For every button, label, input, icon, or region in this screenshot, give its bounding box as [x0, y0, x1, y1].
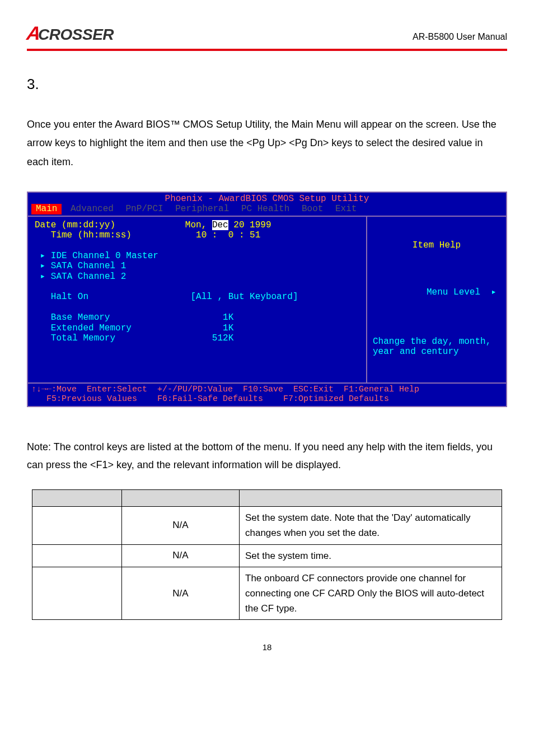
table-cell-item — [32, 507, 122, 544]
table-row: N/A Set the system date. Note that the '… — [32, 507, 502, 544]
bios-tab-peripheral[interactable]: Peripheral — [172, 204, 232, 214]
bios-footer: ↑↓→←:Move Enter:Select +/-/PU/PD:Value F… — [28, 384, 506, 407]
bios-totmem-label: Total Memory — [51, 333, 115, 343]
page-header: ACROSSER AR-B5800 User Manual — [27, 22, 507, 44]
th-item — [32, 490, 122, 507]
table-cell-item — [32, 544, 122, 567]
bios-date-post: 20 1999 — [228, 220, 271, 230]
table-cell-option: N/A — [122, 567, 240, 620]
logo-text: CROSSER — [38, 26, 114, 43]
table-cell-desc: The onboard CF connectors provide one ch… — [240, 567, 502, 620]
bios-body: Date (mm:dd:yy) Mon, Dec 20 1999 Time (h… — [28, 216, 506, 384]
table-row: N/A The onboard CF connectors provide on… — [32, 567, 502, 620]
bios-sata2[interactable]: SATA Channel 2 — [51, 272, 126, 282]
bios-ide-channel[interactable]: IDE Channel 0 Master — [51, 251, 158, 261]
bios-help-title: Item Help — [373, 240, 500, 250]
page-number: 18 — [27, 642, 507, 652]
bios-tab-pnppci[interactable]: PnP/PCI — [122, 204, 166, 214]
bios-date-label[interactable]: Date (mm:dd:yy) — [35, 220, 115, 230]
intro-paragraph: Once you enter the Award BIOS™ CMOS Setu… — [27, 115, 507, 171]
table-cell-item — [32, 567, 122, 620]
bios-halt-label[interactable]: Halt On — [51, 292, 88, 302]
bios-tab-pchealth[interactable]: PC Health — [238, 204, 293, 214]
triangle-icon: ▸ — [40, 261, 46, 271]
bios-date-pre: Mon, — [185, 220, 212, 230]
bios-left-pane: Date (mm:dd:yy) Mon, Dec 20 1999 Time (h… — [28, 217, 366, 382]
table-cell-desc: Set the system time. — [240, 544, 502, 567]
triangle-icon: ▸ — [40, 251, 46, 261]
bios-tab-exit[interactable]: Exit — [332, 204, 360, 214]
divider — [27, 49, 507, 51]
bios-footer-line1: ↑↓→←:Move Enter:Select +/-/PU/PD:Value F… — [31, 385, 419, 394]
bios-tab-boot[interactable]: Boot — [298, 204, 326, 214]
th-description — [240, 490, 502, 507]
bios-extmem-label: Extended Memory — [51, 323, 132, 333]
bios-footer-line2: F5:Previous Values F6:Fail-Safe Defaults… — [31, 394, 389, 404]
bios-menu-level-label: Menu Level — [427, 287, 480, 297]
bios-title: Phoenix - AwardBIOS CMOS Setup Utility — [28, 193, 506, 204]
section-number: 3. — [27, 76, 507, 93]
th-options — [122, 490, 240, 507]
table-cell-option: N/A — [122, 544, 240, 567]
note-paragraph: Note: The control keys are listed at the… — [27, 438, 507, 474]
bios-screenshot: Phoenix - AwardBIOS CMOS Setup Utility M… — [27, 192, 507, 407]
bios-basemem-value: 1K — [223, 312, 233, 323]
bios-extmem-value: 1K — [223, 323, 233, 333]
logo: ACROSSER — [27, 22, 114, 44]
bios-menubar: Main Advanced PnP/PCI Peripheral PC Heal… — [28, 204, 506, 215]
triangle-icon: ▸ — [40, 272, 46, 282]
table-header-row — [32, 490, 502, 507]
bios-date-selected[interactable]: Dec — [212, 220, 228, 230]
bios-totmem-value: 512K — [212, 333, 233, 343]
table-cell-desc: Set the system date. Note that the 'Day'… — [240, 507, 502, 544]
bios-sata1[interactable]: SATA Channel 1 — [51, 261, 126, 271]
bios-tab-advanced[interactable]: Advanced — [67, 204, 117, 214]
bios-tab-main[interactable]: Main — [31, 204, 62, 214]
bios-help-text: Change the day, month, year and century — [373, 337, 500, 357]
options-table: N/A Set the system date. Note that the '… — [32, 489, 502, 620]
bios-help-pane: Item Help Menu Level ▸ Change the day, m… — [366, 217, 506, 382]
bios-halt-value[interactable]: [All , But Keyboard] — [190, 292, 298, 302]
table-cell-option: N/A — [122, 507, 240, 544]
bios-basemem-label: Base Memory — [51, 312, 110, 323]
bios-time-value[interactable]: 10 : 0 : 51 — [196, 230, 260, 240]
triangle-icon: ▸ — [491, 287, 496, 297]
document-title: AR-B5800 User Manual — [413, 32, 507, 42]
table-row: N/A Set the system time. — [32, 544, 502, 567]
bios-time-label[interactable]: Time (hh:mm:ss) — [51, 230, 132, 240]
